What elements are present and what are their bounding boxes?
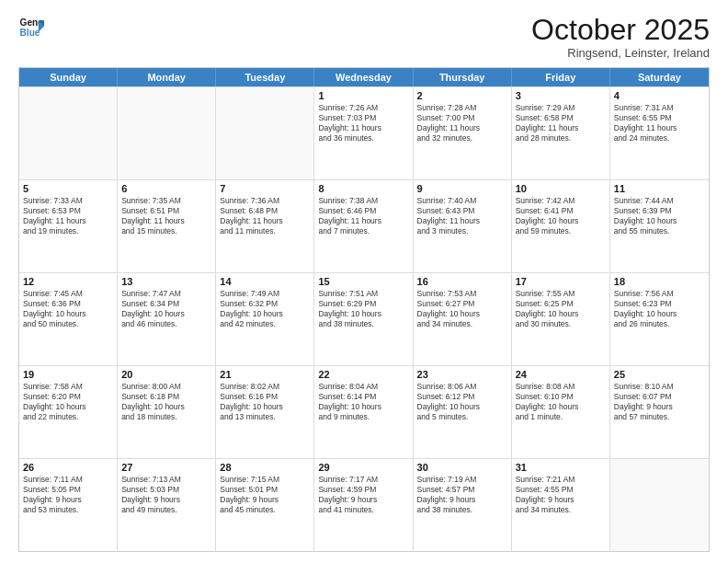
cell-info: Sunrise: 7:11 AM Sunset: 5:05 PM Dayligh… (23, 475, 113, 515)
cell-info: Sunrise: 7:31 AM Sunset: 6:55 PM Dayligh… (614, 103, 705, 144)
cal-cell (610, 459, 709, 551)
day-number: 3 (516, 90, 606, 101)
calendar-row-2: 5Sunrise: 7:33 AM Sunset: 6:53 PM Daylig… (19, 179, 709, 272)
cal-cell: 31Sunrise: 7:21 AM Sunset: 4:55 PM Dayli… (512, 459, 610, 551)
cal-cell: 23Sunrise: 8:06 AM Sunset: 6:12 PM Dayli… (414, 366, 512, 458)
day-number: 27 (121, 462, 211, 473)
location-subtitle: Ringsend, Leinster, Ireland (531, 46, 710, 60)
logo-icon: General Blue (18, 15, 44, 40)
cal-cell: 17Sunrise: 7:55 AM Sunset: 6:25 PM Dayli… (512, 273, 610, 365)
calendar-row-4: 19Sunrise: 7:58 AM Sunset: 6:20 PM Dayli… (19, 365, 709, 458)
header: General Blue October 2025 Ringsend, Lein… (18, 15, 710, 60)
cal-cell: 26Sunrise: 7:11 AM Sunset: 5:05 PM Dayli… (19, 459, 118, 551)
cell-info: Sunrise: 7:19 AM Sunset: 4:57 PM Dayligh… (417, 475, 507, 515)
cal-cell: 20Sunrise: 8:00 AM Sunset: 6:18 PM Dayli… (118, 366, 216, 458)
day-header-thursday: Thursday (414, 68, 512, 86)
day-number: 25 (614, 369, 705, 380)
cal-cell (19, 87, 118, 179)
cal-cell: 2Sunrise: 7:28 AM Sunset: 7:00 PM Daylig… (414, 87, 512, 179)
day-header-sunday: Sunday (19, 68, 118, 86)
cal-cell: 3Sunrise: 7:29 AM Sunset: 6:58 PM Daylig… (512, 87, 610, 179)
cal-cell: 5Sunrise: 7:33 AM Sunset: 6:53 PM Daylig… (19, 180, 118, 272)
cell-info: Sunrise: 7:49 AM Sunset: 6:32 PM Dayligh… (220, 289, 310, 329)
cell-info: Sunrise: 8:04 AM Sunset: 6:14 PM Dayligh… (318, 382, 408, 422)
title-block: October 2025 Ringsend, Leinster, Ireland (531, 15, 710, 60)
cal-cell: 11Sunrise: 7:44 AM Sunset: 6:39 PM Dayli… (610, 180, 709, 272)
cell-info: Sunrise: 7:42 AM Sunset: 6:41 PM Dayligh… (516, 196, 606, 236)
cal-cell: 30Sunrise: 7:19 AM Sunset: 4:57 PM Dayli… (414, 459, 512, 551)
day-number: 30 (417, 462, 507, 473)
cell-info: Sunrise: 7:28 AM Sunset: 7:00 PM Dayligh… (417, 103, 507, 144)
day-header-saturday: Saturday (610, 68, 709, 86)
cal-cell: 10Sunrise: 7:42 AM Sunset: 6:41 PM Dayli… (512, 180, 610, 272)
cal-cell (216, 87, 314, 179)
cell-info: Sunrise: 8:00 AM Sunset: 6:18 PM Dayligh… (121, 382, 211, 422)
cal-cell: 29Sunrise: 7:17 AM Sunset: 4:59 PM Dayli… (314, 459, 413, 551)
cal-cell: 19Sunrise: 7:58 AM Sunset: 6:20 PM Dayli… (19, 366, 118, 458)
day-number: 26 (23, 462, 113, 473)
cell-info: Sunrise: 7:53 AM Sunset: 6:27 PM Dayligh… (417, 289, 507, 329)
calendar-row-3: 12Sunrise: 7:45 AM Sunset: 6:36 PM Dayli… (19, 272, 709, 365)
cal-cell: 27Sunrise: 7:13 AM Sunset: 5:03 PM Dayli… (118, 459, 216, 551)
cal-cell: 12Sunrise: 7:45 AM Sunset: 6:36 PM Dayli… (19, 273, 118, 365)
cal-cell: 22Sunrise: 8:04 AM Sunset: 6:14 PM Dayli… (314, 366, 413, 458)
day-header-monday: Monday (118, 68, 216, 86)
page: General Blue October 2025 Ringsend, Lein… (0, 0, 728, 563)
day-number: 20 (121, 369, 211, 380)
day-number: 1 (318, 90, 408, 101)
cal-cell: 21Sunrise: 8:02 AM Sunset: 6:16 PM Dayli… (216, 366, 314, 458)
calendar-row-1: 1Sunrise: 7:26 AM Sunset: 7:03 PM Daylig… (19, 86, 709, 179)
cal-cell: 28Sunrise: 7:15 AM Sunset: 5:01 PM Dayli… (216, 459, 314, 551)
cell-info: Sunrise: 7:56 AM Sunset: 6:23 PM Dayligh… (614, 289, 705, 329)
cal-cell: 8Sunrise: 7:38 AM Sunset: 6:46 PM Daylig… (314, 180, 413, 272)
cal-cell: 7Sunrise: 7:36 AM Sunset: 6:48 PM Daylig… (216, 180, 314, 272)
cell-info: Sunrise: 7:35 AM Sunset: 6:51 PM Dayligh… (121, 196, 211, 236)
cell-info: Sunrise: 8:10 AM Sunset: 6:07 PM Dayligh… (614, 382, 705, 422)
day-number: 28 (220, 462, 310, 473)
day-number: 4 (614, 90, 705, 101)
day-number: 9 (417, 183, 507, 194)
cal-cell: 6Sunrise: 7:35 AM Sunset: 6:51 PM Daylig… (118, 180, 216, 272)
day-number: 17 (516, 276, 606, 287)
day-number: 8 (318, 183, 408, 194)
logo: General Blue (18, 15, 44, 40)
cal-cell: 24Sunrise: 8:08 AM Sunset: 6:10 PM Dayli… (512, 366, 610, 458)
calendar-header: SundayMondayTuesdayWednesdayThursdayFrid… (19, 68, 709, 86)
cal-cell: 4Sunrise: 7:31 AM Sunset: 6:55 PM Daylig… (610, 87, 709, 179)
cal-cell: 13Sunrise: 7:47 AM Sunset: 6:34 PM Dayli… (118, 273, 216, 365)
day-number: 18 (614, 276, 705, 287)
cell-info: Sunrise: 7:15 AM Sunset: 5:01 PM Dayligh… (220, 475, 310, 515)
cal-cell: 9Sunrise: 7:40 AM Sunset: 6:43 PM Daylig… (414, 180, 512, 272)
month-title: October 2025 (531, 15, 710, 44)
day-header-tuesday: Tuesday (216, 68, 314, 86)
cell-info: Sunrise: 7:26 AM Sunset: 7:03 PM Dayligh… (318, 103, 408, 144)
cal-cell: 25Sunrise: 8:10 AM Sunset: 6:07 PM Dayli… (610, 366, 709, 458)
cell-info: Sunrise: 7:13 AM Sunset: 5:03 PM Dayligh… (121, 475, 211, 515)
day-header-wednesday: Wednesday (314, 68, 413, 86)
calendar-row-5: 26Sunrise: 7:11 AM Sunset: 5:05 PM Dayli… (19, 458, 709, 551)
day-number: 14 (220, 276, 310, 287)
cal-cell (118, 87, 216, 179)
cal-cell: 1Sunrise: 7:26 AM Sunset: 7:03 PM Daylig… (314, 87, 413, 179)
day-number: 24 (516, 369, 606, 380)
day-number: 29 (318, 462, 408, 473)
cal-cell: 14Sunrise: 7:49 AM Sunset: 6:32 PM Dayli… (216, 273, 314, 365)
cell-info: Sunrise: 7:51 AM Sunset: 6:29 PM Dayligh… (318, 289, 408, 329)
day-number: 12 (23, 276, 113, 287)
cell-info: Sunrise: 7:45 AM Sunset: 6:36 PM Dayligh… (23, 289, 113, 329)
cell-info: Sunrise: 7:38 AM Sunset: 6:46 PM Dayligh… (318, 196, 408, 236)
calendar-body: 1Sunrise: 7:26 AM Sunset: 7:03 PM Daylig… (19, 86, 709, 551)
cell-info: Sunrise: 7:17 AM Sunset: 4:59 PM Dayligh… (318, 475, 408, 515)
svg-text:Blue: Blue (20, 28, 40, 38)
day-number: 21 (220, 369, 310, 380)
day-number: 13 (121, 276, 211, 287)
day-number: 22 (318, 369, 408, 380)
cell-info: Sunrise: 7:47 AM Sunset: 6:34 PM Dayligh… (121, 289, 211, 329)
cell-info: Sunrise: 8:02 AM Sunset: 6:16 PM Dayligh… (220, 382, 310, 422)
day-number: 10 (516, 183, 606, 194)
day-number: 31 (516, 462, 606, 473)
cell-info: Sunrise: 8:08 AM Sunset: 6:10 PM Dayligh… (516, 382, 606, 422)
cal-cell: 18Sunrise: 7:56 AM Sunset: 6:23 PM Dayli… (610, 273, 709, 365)
cell-info: Sunrise: 7:55 AM Sunset: 6:25 PM Dayligh… (516, 289, 606, 329)
calendar: SundayMondayTuesdayWednesdayThursdayFrid… (18, 67, 710, 552)
